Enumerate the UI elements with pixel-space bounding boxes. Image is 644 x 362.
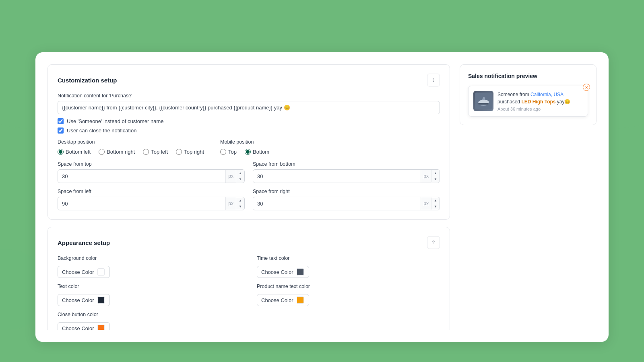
notification-close-btn[interactable]: ✕ — [583, 84, 590, 91]
space-from-bottom-field: Space from bottom px ▲ ▼ — [253, 161, 440, 183]
space-bottom-input-row: px ▲ ▼ — [253, 169, 440, 183]
notification-image — [473, 91, 493, 111]
close-button-color-swatch — [97, 325, 105, 330]
space-right-decrement[interactable]: ▼ — [431, 204, 440, 210]
text-color-btn-label: Choose Color — [62, 297, 94, 303]
mobile-bottom-option[interactable]: Bottom — [245, 149, 269, 155]
desktop-top-right-option[interactable]: Top right — [176, 149, 204, 155]
space-top-decrement[interactable]: ▼ — [236, 176, 244, 182]
space-from-left-field: Space from left px ▲ ▼ — [58, 189, 245, 210]
right-panel: Sales notification preview Someone from … — [460, 64, 597, 330]
checkbox-close-row: User can close the notification — [58, 128, 440, 134]
location-text: California, USA — [530, 92, 564, 97]
space-left-input[interactable] — [58, 198, 225, 210]
main-card: Customization setup ⇧ Notification conte… — [35, 52, 609, 342]
space-bottom-stepper: ▲ ▼ — [431, 170, 440, 182]
appearance-collapse-btn[interactable]: ⇧ — [427, 236, 440, 249]
space-top-label: Space from top — [58, 161, 245, 167]
product-name-text-color-btn-label: Choose Color — [261, 297, 293, 303]
space-from-top-field: Space from top px ▲ ▼ — [58, 161, 245, 183]
text-color-label: Text color — [58, 284, 241, 289]
space-left-stepper: ▲ ▼ — [236, 197, 244, 210]
someone-text: Someone from — [497, 92, 530, 97]
appearance-header: Appearance setup ⇧ — [58, 236, 440, 249]
desktop-bottom-right-radio[interactable] — [99, 149, 105, 155]
notification-time: About 36 minutes ago — [497, 107, 583, 111]
space-right-label: Space from right — [253, 189, 440, 194]
space-left-decrement[interactable]: ▼ — [236, 204, 244, 210]
desktop-bottom-left-radio[interactable] — [58, 149, 64, 155]
checkbox-someone-row: Use 'Someone' instead of customer name — [58, 118, 440, 124]
text-color-swatch — [97, 296, 105, 304]
desktop-position-label: Desktop position — [58, 139, 204, 145]
mobile-top-radio[interactable] — [220, 149, 226, 155]
position-section: Desktop position Bottom left Bottom righ… — [58, 139, 440, 155]
space-bottom-decrement[interactable]: ▼ — [431, 176, 440, 182]
product-name-text-color-field: Product name text color Choose Color — [257, 284, 440, 306]
product-name-text-color-btn[interactable]: Choose Color — [257, 294, 309, 306]
space-top-increment[interactable]: ▲ — [236, 170, 244, 176]
background-color-swatch — [97, 268, 105, 276]
time-text-color-field: Time text color Choose Color — [257, 255, 440, 278]
time-text-color-swatch — [297, 268, 304, 276]
background-color-field: Background color Choose Color — [58, 255, 241, 278]
time-text-color-label: Time text color — [257, 255, 440, 261]
desktop-bottom-left-option[interactable]: Bottom left — [58, 149, 91, 155]
space-from-right-field: Space from right px ▲ ▼ — [253, 189, 440, 210]
desktop-position-group: Desktop position Bottom left Bottom righ… — [58, 139, 204, 155]
desktop-top-left-label: Top left — [151, 149, 168, 155]
space-top-stepper: ▲ ▼ — [236, 170, 244, 182]
mobile-bottom-label: Bottom — [253, 149, 269, 155]
space-left-increment[interactable]: ▲ — [236, 197, 244, 204]
space-right-stepper: ▲ ▼ — [431, 197, 440, 210]
product-name-text-color-label: Product name text color — [257, 284, 440, 289]
close-button-color-field: Close button color Choose Color — [58, 312, 241, 330]
customization-header: Customization setup ⇧ — [58, 74, 440, 86]
space-right-input-row: px ▲ ▼ — [253, 197, 440, 210]
space-top-unit: px — [225, 170, 236, 183]
checkbox-someone-label: Use 'Someone' instead of customer name — [67, 118, 164, 124]
space-right-unit: px — [421, 197, 431, 210]
background-color-btn[interactable]: Choose Color — [58, 266, 110, 278]
checkbox-close-label: User can close the notification — [67, 128, 136, 134]
close-button-color-btn[interactable]: Choose Color — [58, 322, 110, 330]
checkbox-close[interactable] — [58, 128, 64, 134]
space-bottom-increment[interactable]: ▲ — [431, 170, 440, 176]
svg-rect-2 — [478, 103, 489, 105]
mobile-radio-options: Top Bottom — [220, 149, 269, 155]
checkbox-someone[interactable] — [58, 118, 64, 124]
mobile-top-option[interactable]: Top — [220, 149, 237, 155]
left-panel: Customization setup ⇧ Notification conte… — [47, 64, 450, 330]
preview-title: Sales notification preview — [468, 73, 588, 79]
time-text-color-btn-label: Choose Color — [261, 269, 293, 275]
close-button-color-label: Close button color — [58, 312, 241, 317]
desktop-bottom-right-label: Bottom right — [107, 149, 135, 155]
shoe-svg-icon — [475, 93, 492, 109]
space-bottom-unit: px — [421, 170, 431, 183]
text-color-btn[interactable]: Choose Color — [58, 294, 110, 306]
desktop-radio-options: Bottom left Bottom right Top left T — [58, 149, 204, 155]
space-top-input[interactable] — [58, 171, 225, 182]
desktop-top-right-radio[interactable] — [176, 149, 182, 155]
desktop-top-left-radio[interactable] — [143, 149, 149, 155]
customization-collapse-btn[interactable]: ⇧ — [427, 74, 440, 86]
mobile-position-group: Mobile position Top Bottom — [220, 139, 269, 155]
text-color-field: Text color Choose Color — [58, 284, 241, 306]
space-right-increment[interactable]: ▲ — [431, 197, 440, 204]
customization-title: Customization setup — [58, 77, 117, 84]
time-text-color-btn[interactable]: Choose Color — [257, 266, 309, 278]
purchased-text: purchased — [497, 99, 521, 105]
notification-content-input[interactable] — [58, 101, 440, 114]
notification-text: Someone from California, USA purchased L… — [497, 91, 583, 105]
space-top-input-row: px ▲ ▼ — [58, 169, 245, 183]
mobile-bottom-radio[interactable] — [245, 149, 251, 155]
space-right-input[interactable] — [253, 198, 421, 210]
space-bottom-label: Space from bottom — [253, 161, 440, 167]
desktop-top-left-option[interactable]: Top left — [143, 149, 168, 155]
desktop-bottom-right-option[interactable]: Bottom right — [99, 149, 135, 155]
background-color-btn-label: Choose Color — [62, 269, 94, 275]
notification-content: Someone from California, USA purchased L… — [497, 91, 583, 111]
space-left-label: Space from left — [58, 189, 245, 194]
background-color-label: Background color — [58, 255, 241, 261]
space-bottom-input[interactable] — [253, 171, 421, 182]
